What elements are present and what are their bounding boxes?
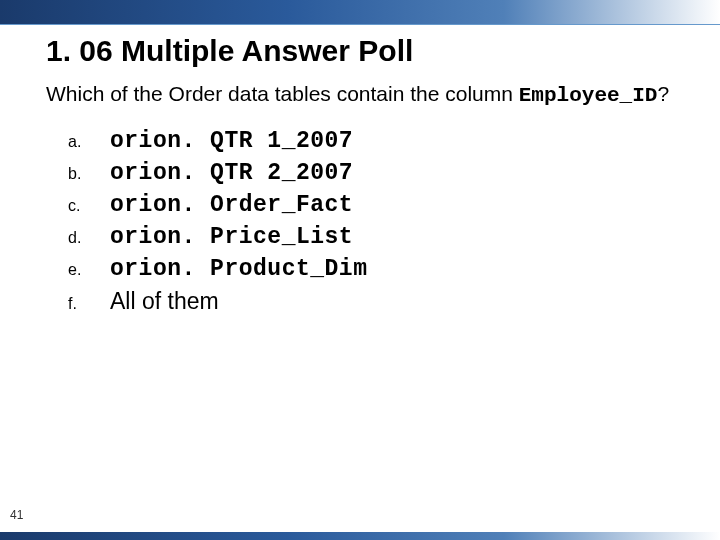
page-number: 41 xyxy=(10,508,23,522)
option-f: f. All of them xyxy=(68,288,690,315)
question-suffix: ? xyxy=(657,82,669,105)
option-text: orion. QTR 2_2007 xyxy=(110,160,353,186)
option-letter: a. xyxy=(68,133,110,151)
option-text: All of them xyxy=(110,288,219,315)
header-bar xyxy=(0,0,720,25)
option-text: orion. Order_Fact xyxy=(110,192,353,218)
option-letter: b. xyxy=(68,165,110,183)
options-list: a. orion. QTR 1_2007 b. orion. QTR 2_200… xyxy=(68,128,690,315)
question-code: Employee_ID xyxy=(519,84,658,107)
option-text: orion. Price_List xyxy=(110,224,353,250)
option-d: d. orion. Price_List xyxy=(68,224,690,250)
option-letter: e. xyxy=(68,261,110,279)
option-b: b. orion. QTR 2_2007 xyxy=(68,160,690,186)
footer-bar xyxy=(0,532,720,540)
option-letter: c. xyxy=(68,197,110,215)
option-text: orion. Product_Dim xyxy=(110,256,367,282)
option-a: a. orion. QTR 1_2007 xyxy=(68,128,690,154)
question-prefix: Which of the Order data tables contain t… xyxy=(46,82,519,105)
option-c: c. orion. Order_Fact xyxy=(68,192,690,218)
question-text: Which of the Order data tables contain t… xyxy=(46,80,690,110)
option-letter: f. xyxy=(68,295,110,313)
slide-title: 1. 06 Multiple Answer Poll xyxy=(46,34,690,68)
option-e: e. orion. Product_Dim xyxy=(68,256,690,282)
option-letter: d. xyxy=(68,229,110,247)
slide-content: 1. 06 Multiple Answer Poll Which of the … xyxy=(46,34,690,321)
option-text: orion. QTR 1_2007 xyxy=(110,128,353,154)
